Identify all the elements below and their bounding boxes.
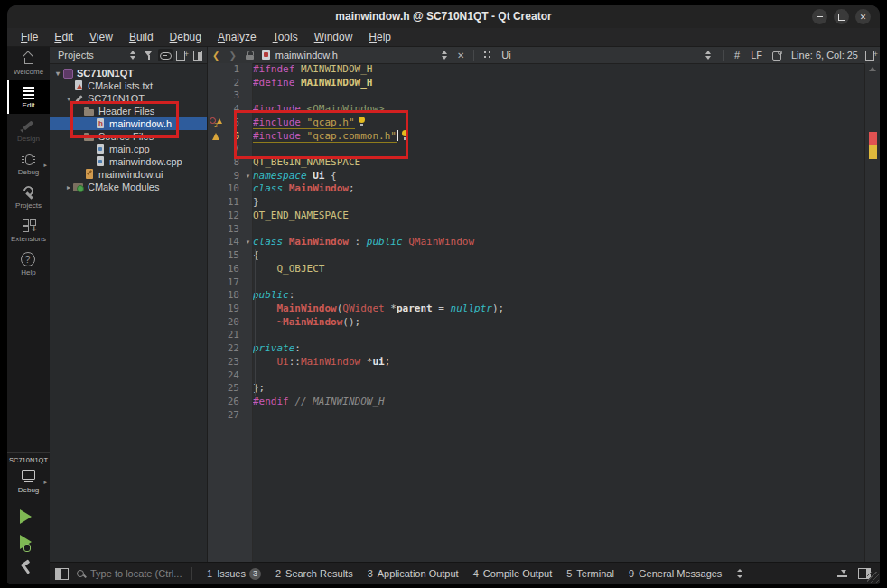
code-line-17[interactable] bbox=[253, 276, 865, 290]
code-line-4[interactable]: #include <QMainWindow> bbox=[253, 103, 865, 117]
code-line-27[interactable] bbox=[253, 409, 865, 423]
code-line-19[interactable]: MainWindow(QWidget *parent = nullptr); bbox=[253, 303, 865, 316]
filter-icon[interactable] bbox=[142, 49, 156, 61]
code-line-18[interactable]: public: bbox=[253, 289, 865, 303]
tree-item-sc710n1qt[interactable]: ▾SC710N1QT bbox=[50, 92, 207, 105]
menu-item-window[interactable]: Window bbox=[306, 31, 361, 43]
mode-item-edit[interactable]: Edit bbox=[7, 80, 50, 114]
gutter-line-16[interactable]: 16 bbox=[208, 263, 244, 276]
projects-panel-title[interactable]: Projects bbox=[50, 50, 126, 61]
minimize-output-icon[interactable] bbox=[836, 569, 849, 578]
annotate-toggle[interactable]: # bbox=[734, 50, 740, 61]
gutter-line-14[interactable]: 14 bbox=[208, 236, 244, 249]
locator-field[interactable]: Type to locate (Ctrl... bbox=[76, 568, 184, 579]
maximize-button[interactable] bbox=[834, 9, 849, 24]
output-pane-search-results[interactable]: 2Search Results bbox=[275, 568, 353, 579]
code-line-21[interactable] bbox=[253, 329, 865, 342]
gutter-line-18[interactable]: 18 bbox=[208, 289, 244, 303]
gutter-line-24[interactable]: 24 bbox=[208, 369, 244, 383]
menu-item-file[interactable]: File bbox=[13, 31, 46, 43]
gutter-line-8[interactable]: 8 bbox=[208, 156, 244, 170]
code-line-11[interactable]: } bbox=[253, 196, 865, 210]
tree-item-mainwindow-h[interactable]: mainwindow.h bbox=[50, 117, 207, 130]
code-line-26[interactable]: #endif // MAINWINDOW_H bbox=[253, 396, 865, 409]
code-line-14[interactable]: class MainWindow : public QMainWindow bbox=[253, 236, 865, 249]
open-document-label[interactable]: mainwindow.h bbox=[275, 50, 338, 61]
code-line-9[interactable]: namespace Ui { bbox=[253, 170, 865, 183]
gutter-line-25[interactable]: 25 bbox=[208, 382, 244, 396]
tree-item-mainwindow-cpp[interactable]: mainwindow.cpp bbox=[50, 155, 207, 168]
code-line-5[interactable]: #include "qcap.h" bbox=[253, 117, 865, 130]
code-line-6[interactable]: #include "qcap.common.h" bbox=[253, 130, 865, 144]
symbol-dropdown-icon[interactable] bbox=[701, 49, 715, 61]
output-pane-terminal[interactable]: 5Terminal bbox=[566, 568, 614, 579]
mode-item-debug[interactable]: Debug▸ bbox=[7, 147, 50, 181]
gutter-line-9[interactable]: 9 bbox=[208, 170, 244, 183]
code-line-16[interactable]: Q_OBJECT bbox=[253, 263, 865, 276]
document-dropdown-icon[interactable] bbox=[437, 49, 452, 61]
editor-gutter[interactable]: 1234526789101112131415161718192021222324… bbox=[208, 63, 244, 563]
gutter-line-12[interactable]: 12 bbox=[208, 210, 244, 223]
tree-item-sc710n1qt[interactable]: ▾SC710N1QT bbox=[50, 67, 207, 79]
mode-item-extensions[interactable]: Extensions bbox=[7, 214, 50, 247]
close-document-icon[interactable]: ✕ bbox=[453, 51, 468, 61]
gutter-line-13[interactable]: 13 bbox=[208, 223, 244, 237]
encoding-icon[interactable] bbox=[771, 51, 782, 61]
menu-item-build[interactable]: Build bbox=[121, 31, 162, 43]
code-line-1[interactable]: #ifndef MAINWINDOW_H bbox=[253, 63, 865, 77]
mode-item-help[interactable]: Help bbox=[7, 247, 50, 281]
build-button[interactable] bbox=[19, 560, 35, 574]
code-line-7[interactable] bbox=[253, 143, 865, 156]
gutter-line-6[interactable]: 6 bbox=[208, 130, 244, 144]
mode-item-design[interactable]: Design bbox=[7, 114, 50, 147]
code-line-12[interactable]: QT_END_NAMESPACE bbox=[253, 210, 865, 223]
menu-item-debug[interactable]: Debug bbox=[162, 31, 210, 43]
gutter-line-7[interactable]: 7 bbox=[208, 143, 244, 156]
gutter-line-23[interactable]: 23 bbox=[208, 356, 244, 369]
code-line-13[interactable] bbox=[253, 223, 865, 237]
panel-mode-dropdown-icon[interactable] bbox=[126, 49, 140, 61]
gutter-line-21[interactable]: 21 bbox=[208, 329, 244, 342]
menu-item-view[interactable]: View bbox=[81, 31, 121, 43]
debug-run-button[interactable] bbox=[20, 535, 32, 549]
resize-grip[interactable] bbox=[867, 572, 879, 583]
tree-item-header-files[interactable]: Header Files bbox=[50, 105, 207, 117]
gutter-line-1[interactable]: 1 bbox=[208, 63, 244, 77]
line-ending-indicator[interactable]: LF bbox=[751, 50, 762, 61]
output-pane-general-messages[interactable]: 9General Messages bbox=[629, 568, 722, 579]
code-line-15[interactable]: { bbox=[253, 249, 865, 263]
code-line-8[interactable]: QT_BEGIN_NAMESPACE bbox=[253, 156, 865, 170]
close-panel-icon[interactable] bbox=[191, 49, 205, 61]
gutter-line-10[interactable]: 10 bbox=[208, 182, 244, 196]
tree-item-mainwindow-ui[interactable]: mainwindow.ui bbox=[50, 168, 207, 181]
error-and-warning-marker[interactable]: 2 bbox=[208, 117, 224, 130]
tree-item-cmakelists-txt[interactable]: CMakeLists.txt bbox=[50, 79, 207, 92]
title-bar[interactable]: mainwindow.h @ SC710N1QT - Qt Creator ✕ bbox=[7, 5, 880, 28]
code-line-10[interactable]: class MainWindow; bbox=[253, 182, 865, 196]
code-view[interactable]: #ifndef MAINWINDOW_H#define MAINWINDOW_H… bbox=[253, 63, 865, 563]
gutter-line-22[interactable]: 22 bbox=[208, 342, 244, 356]
output-pane-compile-output[interactable]: 4Compile Output bbox=[473, 568, 553, 579]
mode-item-projects[interactable]: Projects bbox=[7, 181, 50, 214]
fold-marker[interactable]: ▾ bbox=[244, 236, 252, 249]
fold-marker[interactable]: ▾ bbox=[244, 170, 252, 183]
scrollbar-annotation-column[interactable] bbox=[864, 63, 880, 563]
kit-selector[interactable]: SC710N1QT ▸ Debug bbox=[7, 452, 50, 494]
fold-column[interactable]: ▾▾ bbox=[244, 63, 253, 563]
mode-item-welcome[interactable]: Welcome bbox=[7, 47, 50, 80]
tree-item-main-cpp[interactable]: main.cpp bbox=[50, 143, 207, 155]
code-line-2[interactable]: #define MAINWINDOW_H bbox=[253, 77, 865, 90]
gutter-line-5[interactable]: 52 bbox=[208, 117, 244, 130]
lightbulb-icon[interactable] bbox=[358, 117, 366, 126]
gutter-line-11[interactable]: 11 bbox=[208, 196, 244, 210]
run-button[interactable] bbox=[20, 509, 32, 524]
split-panel-icon[interactable] bbox=[174, 49, 189, 61]
gutter-line-15[interactable]: 15 bbox=[208, 249, 244, 263]
code-line-23[interactable]: Ui::MainWindow *ui; bbox=[253, 356, 865, 369]
nav-forward-icon[interactable]: ❯ bbox=[224, 51, 240, 61]
output-pane-application-output[interactable]: 3Application Output bbox=[368, 568, 459, 579]
scroll-up-icon[interactable] bbox=[869, 67, 876, 71]
code-line-24[interactable] bbox=[253, 369, 865, 383]
minimize-button[interactable] bbox=[812, 9, 827, 24]
code-line-20[interactable]: ~MainWindow(); bbox=[253, 316, 865, 330]
